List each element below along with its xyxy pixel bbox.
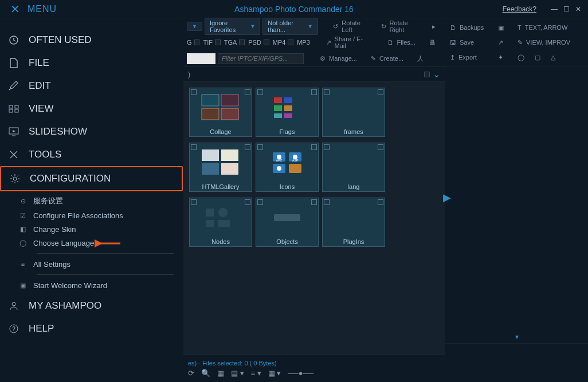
square-icon[interactable]: ▢ [535,54,540,61]
menu-file[interactable]: FILE [0,52,183,74]
config-welcome-wizard[interactable]: ▣Start Welcome Wizard [18,278,183,292]
sliders-icon: ≡ [18,259,28,269]
status-text: es) - Files selected: 0 ( 0 Bytes) [188,360,440,367]
share-icon[interactable]: ↗ [498,39,515,46]
menu-my-ashampoo[interactable]: MY ASHAMPOO [0,294,183,317]
play-button[interactable]: ▸ [426,22,441,31]
refresh-icon[interactable]: ⟳ [188,369,194,377]
menu-view[interactable]: VIEW [0,97,183,120]
close-button[interactable]: ✕ [575,5,581,13]
filter-input[interactable] [218,53,304,64]
svg-rect-12 [202,108,219,120]
expand-preview-icon[interactable]: ▶ [443,191,451,204]
format-tif[interactable]: TIF [203,39,213,46]
config-choose-language[interactable]: ◯Choose Language [18,236,183,250]
rotate-right-button[interactable]: ↻ Rotate Right [375,18,424,34]
rotate-left-button[interactable]: ↺ Rotate Left [327,18,373,34]
select-all-checkbox[interactable] [424,72,430,77]
manage-button[interactable]: ⚙ Manage... [314,54,363,64]
svg-rect-14 [274,97,282,103]
svg-rect-22 [202,163,219,175]
files-button[interactable]: 🗋 Files... [382,38,421,47]
format-psd[interactable]: PSD [248,39,261,46]
triangle-icon[interactable]: △ [551,54,555,61]
layout-2-icon[interactable]: ▤ ▾ [231,369,244,377]
menu-label: SLIDESHOW [29,126,87,137]
svg-rect-13 [221,108,238,120]
folder-collage[interactable]: Collage [189,88,252,137]
folder-nodes[interactable]: Nodes [189,198,252,247]
menu-configuration[interactable]: CONFIGURATION [0,166,183,191]
text-arrow-button[interactable]: T TEXT, ARROW [518,24,586,31]
layout-3-icon[interactable]: ≡ ▾ [251,369,261,377]
rss-icon: ⊙ [18,196,28,206]
menu-help[interactable]: ? HELP [0,317,183,340]
maximize-button[interactable]: ☐ [563,5,570,13]
layout-1-icon[interactable]: ▦ [217,369,224,377]
backups-button[interactable]: 🗋 Backups [450,24,496,31]
close-menu-icon[interactable]: ✕ [10,2,20,16]
svg-rect-18 [274,113,282,118]
circle-icon[interactable]: ◯ [518,54,524,61]
svg-rect-37 [274,214,300,221]
menu-label: FILE [29,57,49,69]
path-input[interactable] [187,53,215,64]
clock-icon [8,34,19,46]
folder-flags[interactable]: Flags [256,88,319,137]
menu-label: EDIT [29,80,51,92]
slider-icon[interactable]: ──●── [288,369,313,377]
menu-tools[interactable]: TOOLS [0,143,183,166]
svg-rect-33 [206,208,214,216]
layout-4-icon[interactable]: ▦ ▾ [268,369,281,377]
zoom-icon[interactable]: 🔍 [201,369,210,377]
check-icon: ☑ [18,211,28,220]
gear-icon [9,173,21,184]
info-panel [445,343,588,382]
format-tga[interactable]: TGA [224,39,237,46]
folder-frames[interactable]: frames [322,88,385,137]
pdf-button[interactable]: 人 [411,53,429,64]
user-icon [8,300,19,312]
share-button[interactable]: ↗ Share / E-Mail [320,34,379,50]
menu-often-used[interactable]: OFTEN USED [0,29,183,52]
file-icon [8,57,19,69]
chevron-down-icon[interactable]: ▾ [515,333,519,341]
format-g[interactable]: G [187,39,192,46]
folder-htmlgallery[interactable]: HTMLGallery [189,143,252,192]
config-file-associations[interactable]: ☑Configure File Associations [18,208,183,222]
crop-icon[interactable]: ▣ [498,24,515,31]
svg-rect-4 [15,109,18,112]
view-header: ) [188,70,190,78]
config-change-skin[interactable]: ◧Change Skin [18,222,183,236]
config-all-settings[interactable]: ≡All Settings [18,257,183,271]
create-button[interactable]: ✎ Create... [365,54,409,64]
menu-slideshow[interactable]: SLIDESHOW [0,120,183,143]
menu-label[interactable]: MENU [28,4,57,14]
folder-icons[interactable]: APCASP Icons [256,143,319,192]
chevron-down-icon[interactable]: ⌄ [433,69,440,79]
ignore-favorites-dropdown[interactable]: Ignore Favorites ▼ [205,18,260,35]
help-icon: ? [8,323,19,334]
folder-plugins[interactable]: PlugIns [322,198,385,247]
svg-text:ASP: ASP [292,159,299,162]
format-mp3[interactable]: MP3 [297,39,310,46]
wand-icon[interactable]: ✦ [498,54,515,61]
print-button[interactable]: 🖶 [424,38,441,47]
format-mp4[interactable]: MP4 [273,39,286,46]
speech-icon: ◯ [18,238,28,247]
save-button[interactable]: 🖫 Save [450,39,496,46]
star-icon: ▣ [18,281,28,290]
view-improv-button[interactable]: ✎ VIEW, IMPROV [518,39,586,46]
menu-label: HELP [29,323,54,334]
feedback-link[interactable]: Feedback? [503,5,536,13]
folder-objects[interactable]: Objects [256,198,319,247]
dropdown-1[interactable]: ▼ [187,22,202,31]
config-service-settings[interactable]: ⊙服务设置 [18,194,183,208]
svg-rect-36 [218,220,230,227]
menu-edit[interactable]: EDIT [0,74,183,97]
not-older-dropdown[interactable]: Not older than... ▼ [262,18,317,35]
folder-lang[interactable]: lang [322,143,385,192]
minimize-button[interactable]: — [551,5,558,13]
monitor-icon [8,126,19,137]
export-button[interactable]: ↥ Export [450,54,496,61]
